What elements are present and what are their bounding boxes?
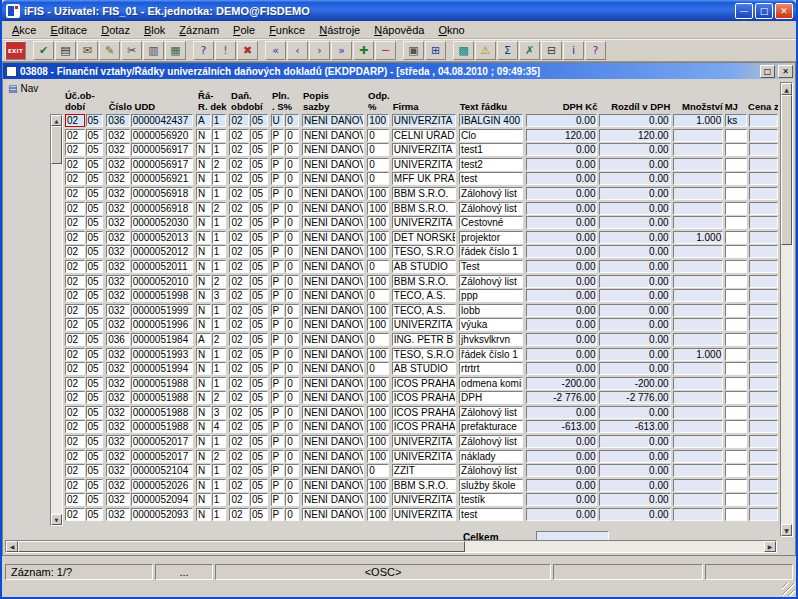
cell-prefix[interactable]: 032 bbox=[106, 231, 129, 244]
lock-record-icon[interactable]: ▣ bbox=[403, 41, 424, 60]
cell-dan-obdobi-rok[interactable]: 02 bbox=[229, 129, 249, 142]
cell-popis-sazby[interactable]: NENÍ DAŇOVÝ bbox=[302, 450, 364, 463]
cell-mnozstvi[interactable]: 1.000 bbox=[673, 114, 724, 127]
cell-text-radku[interactable]: rtrtrt bbox=[459, 362, 523, 375]
cell-cena-za[interactable] bbox=[749, 406, 778, 419]
cell-cislo-udd[interactable]: 0000052030 bbox=[131, 216, 193, 229]
cell-mj[interactable] bbox=[725, 450, 747, 463]
cell-obdobi-rok[interactable]: 02 bbox=[65, 420, 85, 433]
cell-text-radku[interactable]: test bbox=[459, 172, 523, 185]
cell-obdobi-mesic[interactable]: 05 bbox=[86, 318, 104, 331]
cell-radek-cislo[interactable]: 1 bbox=[212, 260, 227, 273]
cell-dph-kc[interactable]: 0.00 bbox=[526, 216, 597, 229]
cell-mj[interactable] bbox=[725, 508, 747, 521]
cell-cena-za[interactable] bbox=[749, 318, 778, 331]
cell-rozdil-v-dph[interactable]: 0.00 bbox=[599, 348, 670, 361]
cell-cena-za[interactable] bbox=[749, 114, 778, 127]
menu-napoveda[interactable]: Nápověda bbox=[367, 23, 431, 37]
cell-text-radku[interactable]: Zálohový list bbox=[459, 464, 523, 477]
cell-dan-obdobi-mesic[interactable]: 05 bbox=[250, 187, 268, 200]
cell-mj[interactable] bbox=[725, 129, 747, 142]
cell-dan-obdobi-mesic[interactable]: 05 bbox=[250, 129, 268, 142]
cell-obdobi-mesic[interactable]: 05 bbox=[86, 377, 104, 390]
cell-cena-za[interactable] bbox=[749, 216, 778, 229]
cell-radek-typ[interactable]: N bbox=[196, 318, 211, 331]
cell-plneni[interactable]: P bbox=[271, 318, 285, 331]
cell-dan-obdobi-rok[interactable]: 02 bbox=[229, 420, 249, 433]
cell-obdobi-rok[interactable]: 02 bbox=[65, 333, 85, 346]
cell-cena-za[interactable] bbox=[749, 172, 778, 185]
cell-dan-obdobi-mesic[interactable]: 05 bbox=[250, 464, 268, 477]
cell-prefix[interactable]: 032 bbox=[106, 216, 129, 229]
cell-obdobi-mesic[interactable]: 05 bbox=[86, 493, 104, 506]
cell-cena-za[interactable] bbox=[749, 260, 778, 273]
cell-firma[interactable]: UNIVERZITA bbox=[392, 114, 456, 127]
previous-record-icon[interactable]: ‹ bbox=[287, 41, 308, 60]
cell-rozdil-v-dph[interactable]: 120.00 bbox=[599, 129, 670, 142]
cell-obdobi-mesic[interactable]: 05 bbox=[86, 333, 104, 346]
cell-odpocet-pct[interactable]: 100 bbox=[367, 114, 389, 127]
help-icon[interactable]: ? bbox=[585, 41, 606, 60]
cell-radek-cislo[interactable]: 3 bbox=[212, 289, 227, 302]
cell-radek-cislo[interactable]: 1 bbox=[212, 348, 227, 361]
cell-prefix[interactable]: 032 bbox=[106, 479, 129, 492]
cell-obdobi-rok[interactable]: 02 bbox=[65, 435, 85, 448]
cell-text-radku[interactable]: odmena komis bbox=[459, 377, 523, 390]
cell-firma[interactable]: TECO, A.S. bbox=[392, 304, 456, 317]
cell-popis-sazby[interactable]: NENÍ DAŇOVÝ bbox=[302, 464, 364, 477]
cell-mnozstvi[interactable] bbox=[673, 158, 724, 171]
cell-cislo-udd[interactable]: 0000051993 bbox=[131, 348, 193, 361]
cell-mnozstvi[interactable] bbox=[673, 377, 724, 390]
cell-cislo-udd[interactable]: 0000052013 bbox=[131, 231, 193, 244]
scroll-down-icon[interactable]: ▼ bbox=[781, 524, 792, 536]
cell-rozdil-v-dph[interactable]: 0.00 bbox=[599, 333, 670, 346]
cell-rozdil-v-dph[interactable]: 0.00 bbox=[599, 245, 670, 258]
cell-dph-kc[interactable]: -613.00 bbox=[526, 420, 597, 433]
cell-radek-typ[interactable]: N bbox=[196, 216, 211, 229]
cell-plneni[interactable]: P bbox=[271, 202, 285, 215]
menu-nastroje[interactable]: Nástroje bbox=[312, 23, 367, 37]
cell-text-radku[interactable]: Test bbox=[459, 260, 523, 273]
cell-odpocet-pct[interactable]: 100 bbox=[367, 450, 389, 463]
cell-firma[interactable]: BBM S.R.O. bbox=[392, 479, 456, 492]
cell-firma[interactable]: BBM S.R.O. bbox=[392, 275, 456, 288]
cell-cena-za[interactable] bbox=[749, 275, 778, 288]
export-excel-icon[interactable]: ✗ bbox=[519, 41, 540, 60]
cell-sazba[interactable]: 0 bbox=[285, 114, 299, 127]
cell-obdobi-mesic[interactable]: 05 bbox=[86, 172, 104, 185]
print-icon[interactable]: ▤ bbox=[55, 41, 76, 60]
cell-obdobi-mesic[interactable]: 05 bbox=[86, 129, 104, 142]
cell-dan-obdobi-rok[interactable]: 02 bbox=[229, 377, 249, 390]
cell-mj[interactable] bbox=[725, 304, 747, 317]
cell-mj[interactable] bbox=[725, 406, 747, 419]
cell-cislo-udd[interactable]: 0000051994 bbox=[131, 362, 193, 375]
cell-dan-obdobi-rok[interactable]: 02 bbox=[229, 450, 249, 463]
cell-plneni[interactable]: P bbox=[271, 420, 285, 433]
cell-mnozstvi[interactable] bbox=[673, 333, 724, 346]
cell-radek-cislo[interactable]: 1 bbox=[212, 479, 227, 492]
cell-mj[interactable] bbox=[725, 231, 747, 244]
cell-obdobi-rok[interactable]: 02 bbox=[65, 304, 85, 317]
cell-prefix[interactable]: 032 bbox=[106, 464, 129, 477]
cell-radek-cislo[interactable]: 1 bbox=[212, 129, 227, 142]
cell-plneni[interactable]: P bbox=[271, 275, 285, 288]
cell-dan-obdobi-rok[interactable]: 02 bbox=[229, 172, 249, 185]
cell-mnozstvi[interactable] bbox=[673, 362, 724, 375]
cell-dph-kc[interactable]: 0.00 bbox=[526, 333, 597, 346]
cell-mj[interactable] bbox=[725, 289, 747, 302]
cell-obdobi-mesic[interactable]: 05 bbox=[86, 435, 104, 448]
cell-prefix[interactable]: 032 bbox=[106, 508, 129, 521]
menu-editace[interactable]: Editace bbox=[43, 23, 94, 37]
cell-cislo-udd[interactable]: 0000056921 bbox=[131, 172, 193, 185]
commit-icon[interactable]: ✔ bbox=[33, 41, 54, 60]
cell-prefix[interactable]: 032 bbox=[106, 304, 129, 317]
cell-popis-sazby[interactable]: NENÍ DAŇOVÝ bbox=[302, 391, 364, 404]
cell-odpocet-pct[interactable]: 0 bbox=[367, 260, 389, 273]
cell-mnozstvi[interactable] bbox=[673, 172, 724, 185]
cell-obdobi-rok[interactable]: 02 bbox=[65, 216, 85, 229]
next-record-icon[interactable]: › bbox=[309, 41, 330, 60]
cell-dan-obdobi-mesic[interactable]: 05 bbox=[250, 377, 268, 390]
cell-odpocet-pct[interactable]: 100 bbox=[367, 187, 389, 200]
cell-mj[interactable] bbox=[725, 187, 747, 200]
cell-firma[interactable]: BBM S.R.O. bbox=[392, 202, 456, 215]
